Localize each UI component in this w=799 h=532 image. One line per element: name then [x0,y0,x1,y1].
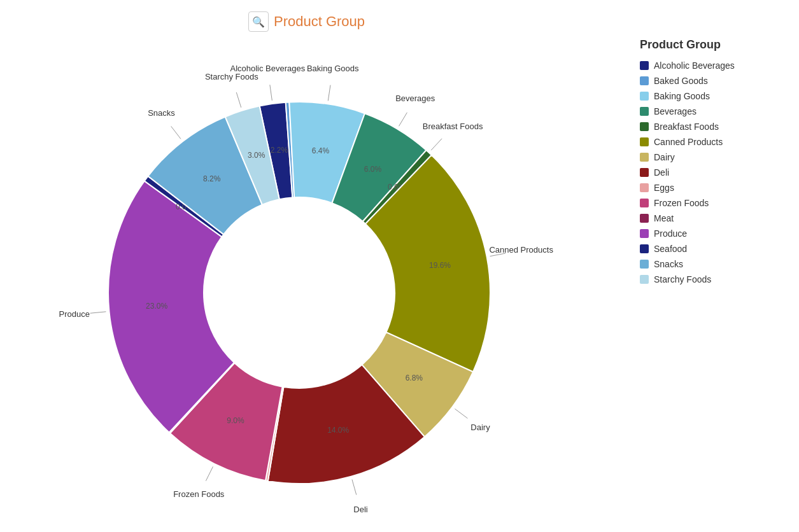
segment-line [206,466,213,480]
legend-label: Dairy [654,152,675,162]
legend-label: Seafood [654,244,687,254]
segment-label-dairy: Dairy [470,423,490,432]
legend-color [640,76,649,85]
segment-pct-produce: 23.0% [146,302,167,311]
legend: Product Group Alcoholic Beverages Baked … [640,38,793,290]
segment-label-starchy-foods: Starchy Foods [205,72,258,81]
legend-item: Produce [640,228,793,239]
segment-line [352,480,357,495]
segment-label-breakfast-foods: Breakfast Foods [423,122,483,131]
legend-color [640,214,649,223]
legend-color [640,183,649,192]
legend-title: Product Group [640,38,793,52]
legend-item: Beverages [640,106,793,116]
legend-label: Canned Products [654,137,723,147]
segment-pct-frozen-foods: 9.0% [227,416,244,425]
legend-color [640,275,649,284]
legend-label: Breakfast Foods [654,122,719,132]
segment-line [270,85,272,101]
legend-label: Deli [654,167,669,178]
legend-color [640,153,649,162]
legend-color [640,229,649,238]
legend-label: Produce [654,228,687,239]
legend-color [640,122,649,131]
segment-line [455,409,467,418]
segment-pct-alcoholic-beverages: 2.2% [271,146,288,155]
legend-color [640,107,649,116]
legend-label: Baked Goods [654,76,708,86]
segment-line [236,92,241,108]
chart-title: Product Group [274,13,365,30]
legend-item: Breakfast Foods [640,122,793,132]
legend-label: Meat [654,213,674,223]
segment-label-snacks: Snacks [148,108,175,118]
donut-chart-container: 2.2%Alcoholic Beverages6.4%Baking Goods6… [32,38,605,522]
legend-label: Eggs [654,183,674,193]
segment-label-baking-goods: Baking Goods [307,64,359,73]
legend-item: Alcoholic Beverages [640,60,793,71]
segment-pct-baking-goods: 6.4% [312,146,330,155]
segment-line [399,113,407,126]
legend-item: Meat [640,213,793,223]
segment-line [171,126,181,139]
legend-item: Frozen Foods [640,198,793,208]
legend-label: Snacks [654,259,683,269]
legend-label: Starchy Foods [654,274,711,284]
legend-label: Alcoholic Beverages [654,60,735,71]
segment-pct-dairy: 6.8% [406,374,423,382]
legend-item: Baked Goods [640,76,793,86]
legend-item: Deli [640,167,793,178]
legend-color [640,137,649,146]
segment-label-deli: Deli [353,505,368,514]
legend-color [640,199,649,207]
legend-label: Beverages [654,106,696,116]
segment-label-beverages: Beverages [395,94,435,103]
legend-item: Snacks [640,259,793,269]
legend-color [640,92,649,101]
chart-title-area: 🔍 Product Group [248,11,365,32]
segment-line [431,139,442,150]
legend-label: Frozen Foods [654,198,709,208]
legend-item: Baking Goods [640,91,793,101]
segment-pct-deli: 14.0% [327,426,349,435]
legend-color [640,260,649,269]
segment-line [328,85,330,101]
segment-pct-starchy-foods: 3.0% [248,151,265,160]
legend-item: Canned Products [640,137,793,147]
chart-icon: 🔍 [248,11,269,32]
segment-label-frozen-foods: Frozen Foods [173,489,225,499]
segment-line [90,312,106,313]
legend-label: Baking Goods [654,91,710,101]
legend-item: Starchy Foods [640,274,793,284]
legend-color [640,61,649,70]
segment-pct-canned-products: 19.6% [429,261,451,270]
legend-item: Dairy [640,152,793,162]
legend-item: Seafood [640,244,793,254]
segment-label-produce: Produce [59,309,89,319]
legend-item: Eggs [640,183,793,193]
segment-pct-beverages: 6.0% [364,165,382,174]
legend-color [640,244,649,253]
segment-pct-snacks: 8.2% [203,174,221,183]
segment-label-canned-products: Canned Products [489,245,553,255]
legend-color [640,168,649,177]
